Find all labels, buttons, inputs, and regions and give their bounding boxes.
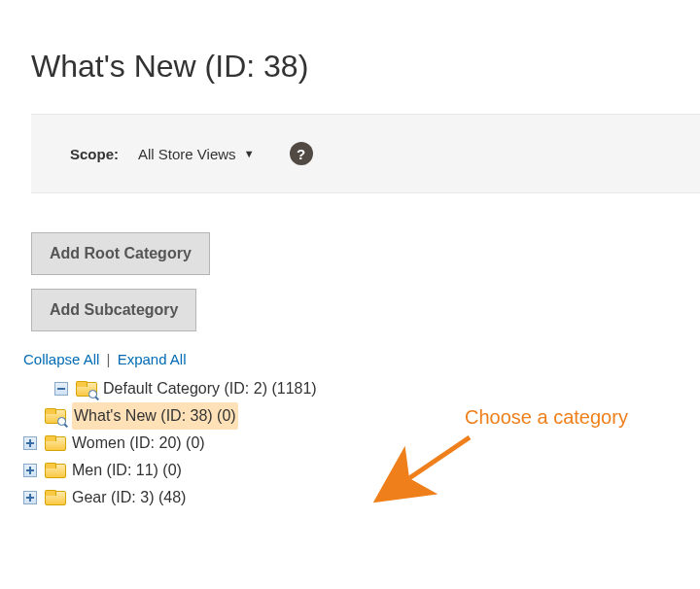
add-root-category-button[interactable]: Add Root Category [31,232,210,275]
tree-node-men[interactable]: Men (ID: 11) (0) [72,457,182,484]
page-title: What's New (ID: 38) [31,49,700,85]
scope-value-text: All Store Views [138,146,236,162]
category-tree: Default Category (ID: 2) (1181) What's N… [23,375,700,511]
tree-spacer [23,409,37,423]
tree-node-default-category[interactable]: Default Category (ID: 2) (1181) [103,375,317,402]
folder-search-icon [45,408,64,424]
category-buttons: Add Root Category Add Subcategory [31,232,700,331]
expand-all-link[interactable]: Expand All [118,351,187,367]
separator: | [107,351,111,367]
collapse-all-link[interactable]: Collapse All [23,351,99,367]
tree-actions: Collapse All | Expand All [23,351,700,367]
folder-search-icon [76,381,95,397]
scope-selector[interactable]: All Store Views ▼ [138,146,255,162]
tree-node-women[interactable]: Women (ID: 20) (0) [72,430,205,457]
folder-icon [45,490,64,505]
folder-icon [45,435,64,451]
expand-toggle-icon[interactable] [23,464,37,477]
scope-label: Scope: [70,146,119,162]
annotation-label: Choose a category [465,406,628,429]
add-subcategory-button[interactable]: Add Subcategory [31,289,196,331]
help-icon[interactable]: ? [290,142,313,165]
scope-bar: Scope: All Store Views ▼ ? [31,114,700,193]
tree-node-gear[interactable]: Gear (ID: 3) (48) [72,484,186,511]
expand-toggle-icon[interactable] [23,436,37,450]
expand-toggle-icon[interactable] [23,491,37,504]
collapse-toggle-icon[interactable] [54,382,68,396]
caret-down-icon: ▼ [244,148,255,159]
folder-icon [45,463,64,478]
tree-node-whats-new[interactable]: What's New (ID: 38) (0) [72,402,238,430]
